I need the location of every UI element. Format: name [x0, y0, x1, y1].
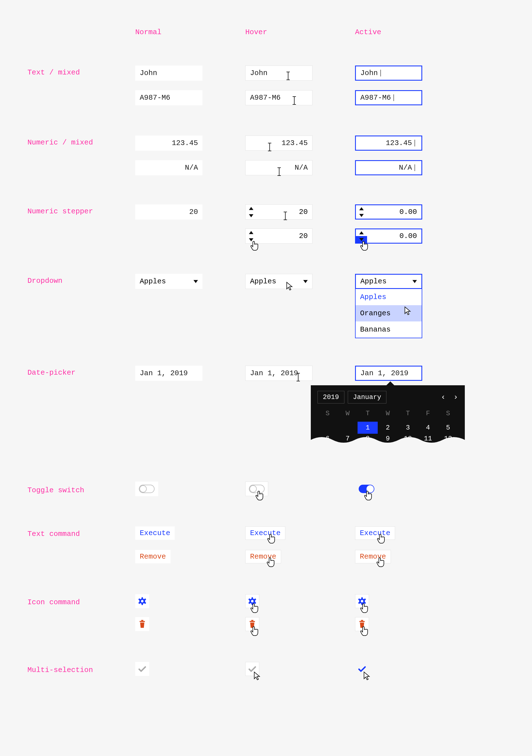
delete-button[interactable]	[245, 617, 259, 631]
dropdown-normal[interactable]: Apples	[135, 274, 202, 289]
numeric-input-normal-2[interactable]: N/A	[135, 160, 202, 175]
calendar-day[interactable]: 5	[438, 422, 458, 434]
calendar-day[interactable]	[317, 422, 338, 434]
calendar-day-selected[interactable]: 1	[358, 422, 378, 434]
chevron-down-icon	[194, 280, 198, 283]
calendar-month-select[interactable]: January	[348, 391, 387, 403]
toggle-track-off	[139, 485, 154, 493]
row-label-dropdown: Dropdown	[27, 277, 63, 285]
stepper-active-1[interactable]: 0.00	[355, 204, 422, 220]
dropdown-menu: Apples Oranges Bananas	[355, 289, 422, 338]
numeric-input-active-1[interactable]: 123.45	[355, 136, 422, 150]
header-active: Active	[355, 28, 381, 37]
settings-button[interactable]	[135, 594, 149, 608]
row-label-multi: Multi-selection	[27, 666, 93, 674]
dropdown-hover[interactable]: Apples	[245, 274, 312, 289]
text-input-active-1[interactable]: John	[355, 66, 422, 81]
text-input-hover-1[interactable]: John	[245, 66, 312, 81]
toggle-active[interactable]	[355, 482, 378, 496]
stepper-up-button[interactable]	[356, 229, 367, 236]
execute-button[interactable]: Execute	[135, 526, 175, 540]
check-icon	[248, 665, 256, 673]
gear-icon	[357, 597, 367, 606]
row-label-stepper: Numeric stepper	[27, 207, 93, 216]
settings-button[interactable]	[355, 594, 369, 608]
toggle-track-off	[249, 485, 265, 493]
check-icon	[138, 665, 146, 673]
stepper-active-2[interactable]: 0.00	[355, 229, 422, 244]
calendar-dow: W	[378, 410, 398, 417]
execute-button[interactable]: Execute	[355, 526, 395, 540]
multi-select-checkbox[interactable]	[355, 662, 369, 676]
text-input-normal-1[interactable]: John	[135, 66, 202, 81]
remove-button[interactable]: Remove	[245, 550, 281, 563]
toggle-knob	[366, 485, 374, 493]
row-label-numeric: Numeric / mixed	[27, 138, 93, 147]
calendar-prev-button[interactable]: ‹	[441, 393, 445, 401]
calendar-next-button[interactable]: ›	[453, 393, 458, 401]
stepper-up-button[interactable]	[356, 205, 367, 212]
calendar-popup: 2019 January ‹ › S W T W T F S 1 2 3 4 5…	[311, 385, 465, 443]
row-label-date: Date-picker	[27, 368, 76, 377]
delete-button[interactable]	[135, 617, 149, 631]
trash-icon	[358, 620, 366, 628]
numeric-input-active-2[interactable]: N/A	[355, 160, 422, 175]
stepper-down-button[interactable]	[246, 212, 257, 219]
dropdown-active[interactable]: Apples	[355, 274, 422, 289]
stepper-down-button[interactable]	[246, 236, 257, 243]
stepper-down-button[interactable]	[356, 236, 367, 243]
chevron-down-icon	[249, 214, 253, 217]
calendar-day[interactable]: 3	[398, 422, 418, 434]
toggle-hover[interactable]	[245, 482, 268, 496]
chevron-up-icon	[359, 231, 364, 234]
calendar-day[interactable]: 2	[378, 422, 398, 434]
chevron-up-icon	[249, 231, 253, 234]
toggle-track-on	[359, 485, 374, 493]
remove-button[interactable]: Remove	[355, 550, 391, 563]
stepper-up-button[interactable]	[246, 205, 257, 212]
text-input-normal-2[interactable]: A987-M6	[135, 90, 202, 105]
row-label-toggle: Toggle switch	[27, 486, 84, 495]
text-input-hover-2[interactable]: A987-M6	[245, 90, 312, 105]
delete-button[interactable]	[355, 617, 369, 631]
calendar-dow: T	[358, 410, 378, 417]
dropdown-option-apples[interactable]: Apples	[356, 289, 422, 305]
calendar-dow: T	[398, 410, 418, 417]
multi-select-checkbox[interactable]	[245, 662, 259, 676]
date-input-normal[interactable]: Jan 1, 2019	[135, 366, 202, 381]
toggle-normal[interactable]	[135, 482, 158, 496]
text-input-active-2[interactable]: A987-M6	[355, 90, 422, 105]
date-input-hover[interactable]: Jan 1, 2019	[245, 366, 312, 381]
stepper-hover-2[interactable]: 20	[245, 229, 312, 244]
dropdown-option-oranges[interactable]: Oranges	[356, 305, 422, 321]
stepper-hover-1[interactable]: 20	[245, 204, 312, 220]
dropdown-option-bananas[interactable]: Bananas	[356, 321, 422, 338]
calendar-year-select[interactable]: 2019	[317, 391, 344, 403]
numeric-input-hover-2[interactable]: N/A	[245, 160, 312, 175]
calendar-day[interactable]: 4	[418, 422, 438, 434]
chevron-down-icon	[303, 280, 308, 283]
settings-button[interactable]	[245, 594, 259, 608]
toggle-knob	[140, 485, 147, 493]
date-input-active[interactable]: Jan 1, 2019	[355, 366, 422, 381]
calendar-dow: W	[338, 410, 358, 417]
stepper-down-button[interactable]	[356, 212, 367, 219]
calendar-day[interactable]	[338, 422, 358, 434]
chevron-down-icon	[249, 238, 253, 241]
gear-icon	[137, 597, 147, 606]
header-hover: Hover	[245, 28, 267, 37]
row-label-iconcmd: Icon command	[27, 598, 80, 607]
stepper-up-button[interactable]	[246, 229, 257, 236]
remove-button[interactable]: Remove	[135, 550, 171, 563]
multi-select-checkbox[interactable]	[135, 662, 149, 676]
execute-button[interactable]: Execute	[245, 526, 285, 540]
chevron-down-icon	[359, 214, 364, 217]
numeric-input-normal-1[interactable]: 123.45	[135, 136, 202, 150]
row-label-text: Text / mixed	[27, 68, 80, 77]
calendar-dow: S	[317, 410, 338, 417]
numeric-input-hover-1[interactable]: 123.45	[245, 136, 312, 150]
chevron-up-icon	[249, 207, 253, 210]
chevron-up-icon	[359, 207, 364, 210]
stepper-normal[interactable]: 20	[135, 204, 202, 220]
check-icon	[358, 665, 366, 673]
